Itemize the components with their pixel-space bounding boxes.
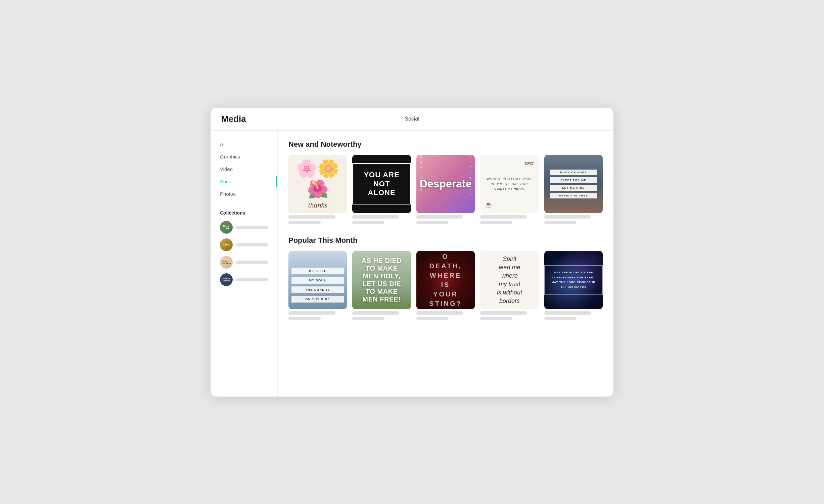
glory-box: MAY THE GLORY OF THE LORD ENDURE FOR EVE…	[544, 265, 603, 295]
card-image-you-are: YOU ARE NOT ALONE	[352, 155, 411, 213]
collection-avatar-life: LiFE	[220, 238, 233, 251]
card-glory[interactable]: MAY THE GLORY OF THE LORD ENDURE FOR EVE…	[544, 251, 603, 320]
cards-grid-new: 🌸🌼🌺 thanks YOU ARE NOT ALONE	[288, 155, 603, 224]
rock-banner-4: MYSELF IN THEE	[550, 193, 597, 198]
be-still-banner-2: MY SOUL	[291, 277, 344, 284]
be-still-banner-3: THE LORD IS	[291, 286, 344, 293]
header: Media Social	[211, 108, 613, 131]
app-container: Media Social All Graphics Video Social P…	[211, 108, 613, 397]
card-desperate[interactable]: D E P E R A T E M A T T H E W Desperate	[416, 155, 475, 224]
card-rock-ages[interactable]: ROCK OF AGES CLEFT FOR ME LET ME HIDE MY…	[544, 155, 603, 224]
card-image-glory: MAY THE GLORY OF THE LORD ENDURE FOR EVE…	[544, 251, 603, 309]
without-you-content: WITHOUT YOU I FALL APART YOU'RE THE ONE …	[480, 173, 539, 195]
collection-label-bar	[236, 226, 268, 229]
collection-label-bar	[236, 278, 268, 281]
card-sublabel	[416, 317, 449, 320]
rock-ages-content: ROCK OF AGES CLEFT FOR ME LET ME HIDE MY…	[550, 170, 597, 198]
cards-grid-popular: BE STILL MY SOUL THE LORD IS ON THY SIDE	[288, 251, 603, 320]
you-are-text: YOU ARE NOT ALONE	[361, 171, 402, 197]
card-label	[352, 311, 399, 315]
collection-avatar-its: it's notyour TEAM	[220, 256, 233, 269]
card-image-desperate: D E P E R A T E M A T T H E W Desperate	[416, 155, 475, 213]
card-sublabel	[416, 221, 449, 224]
card-as-he-died[interactable]: AS HE DIED TO MAKE MEN HOLY, LET US DIE …	[352, 251, 411, 320]
as-he-died-text: AS HE DIED TO MAKE MEN HOLY, LET US DIE …	[352, 251, 411, 309]
card-label	[480, 311, 527, 315]
card-label	[416, 311, 463, 315]
sidebar-item-all[interactable]: All	[211, 139, 277, 150]
sidebar-item-video[interactable]: Video	[211, 164, 277, 175]
thanks-text: thanks	[288, 201, 347, 210]
card-label	[544, 215, 591, 219]
card-image-be-still: BE STILL MY SOUL THE LORD IS ON THY SIDE	[288, 251, 347, 309]
card-without-you[interactable]: 👓 WITHOUT YOU I FALL APART YOU'RE THE ON…	[480, 155, 539, 224]
desperate-letters-left: M A T T H E W	[419, 155, 423, 193]
glory-text: MAY THE GLORY OF THE LORD ENDURE FOR EVE…	[550, 270, 597, 290]
section-new-noteworthy: New and Noteworthy 🌸🌼🌺 thanks	[288, 140, 603, 224]
card-label	[352, 215, 399, 219]
section-title-popular: Popular This Month	[288, 236, 603, 245]
without-you-text: WITHOUT YOU I FALL APART YOU'RE THE ONE …	[484, 177, 535, 191]
card-be-still[interactable]: BE STILL MY SOUL THE LORD IS ON THY SIDE	[288, 251, 347, 320]
desperate-text: Desperate	[420, 178, 472, 190]
collection-avatar-truth: Truth vsTradition	[220, 273, 233, 286]
collection-item[interactable]: it's notyour TEAM	[220, 256, 268, 269]
card-image-rock-ages: ROCK OF AGES CLEFT FOR ME LET ME HIDE MY…	[544, 155, 603, 213]
you-are-box: YOU ARE NOT ALONE	[352, 163, 411, 204]
section-popular: Popular This Month BE STILL MY SOUL THE …	[288, 236, 603, 320]
active-tab: Social	[405, 116, 419, 122]
rock-banner-3: LET ME HIDE	[550, 185, 597, 191]
rock-banner-2: CLEFT FOR ME	[550, 177, 597, 183]
card-label	[288, 311, 335, 315]
rock-banner-1: ROCK OF AGES	[550, 170, 597, 175]
desperate-letters-right: D E P E R A T E	[468, 155, 472, 197]
be-still-content: BE STILL MY SOUL THE LORD IS ON THY SIDE	[291, 268, 344, 303]
card-sublabel	[480, 221, 512, 224]
card-sublabel	[480, 317, 512, 320]
collection-item[interactable]: LiFE	[220, 238, 268, 251]
sidebar-nav: All Graphics Video Social Photos	[211, 139, 277, 199]
card-image-spirit-lead: Spiritlead mewheremy trustis withoutbord…	[480, 251, 539, 309]
card-you-are-not-alone[interactable]: YOU ARE NOT ALONE	[352, 155, 411, 224]
card-image-as-he-died: AS HE DIED TO MAKE MEN HOLY, LET US DIE …	[352, 251, 411, 309]
collection-avatar-merry: MerryXmas	[220, 221, 233, 234]
section-title-new: New and Noteworthy	[288, 140, 603, 149]
content-area: New and Noteworthy 🌸🌼🌺 thanks	[278, 131, 613, 397]
be-still-banner-4: ON THY SIDE	[291, 296, 344, 303]
card-sublabel	[288, 317, 321, 320]
glasses-icon: 👓	[524, 159, 534, 168]
app-title: Media	[221, 114, 246, 124]
sidebar-item-graphics[interactable]: Graphics	[211, 151, 277, 162]
card-sublabel	[352, 317, 384, 320]
collection-label-bar	[236, 261, 268, 264]
card-image-thanks: 🌸🌼🌺 thanks	[288, 155, 347, 213]
card-thanks[interactable]: 🌸🌼🌺 thanks	[288, 155, 347, 224]
collection-label-bar	[236, 243, 268, 246]
card-label	[480, 215, 527, 219]
card-image-without-you: 👓 WITHOUT YOU I FALL APART YOU'RE THE ON…	[480, 155, 539, 213]
be-still-banner-1: BE STILL	[291, 268, 344, 274]
card-spirit-lead[interactable]: Spiritlead mewheremy trustis withoutbord…	[480, 251, 539, 320]
card-sublabel	[544, 317, 577, 320]
sidebar: All Graphics Video Social Photos Collect…	[211, 131, 278, 397]
coffee-icon: ☕	[485, 201, 492, 209]
collection-item[interactable]: MerryXmas	[220, 221, 268, 234]
main-layout: All Graphics Video Social Photos Collect…	[211, 131, 613, 397]
card-label	[416, 215, 463, 219]
collections-title: Collections	[220, 210, 268, 216]
card-sublabel	[288, 221, 321, 224]
spirit-lead-text: Spiritlead mewheremy trustis withoutbord…	[492, 251, 528, 309]
card-sublabel	[352, 221, 384, 224]
o-death-text: ODEATH,WHEREISYOURSTING?	[429, 252, 462, 308]
card-o-death[interactable]: ODEATH,WHEREISYOURSTING?	[416, 251, 475, 320]
card-image-o-death: ODEATH,WHEREISYOURSTING?	[416, 251, 475, 309]
card-label	[544, 311, 591, 315]
card-label	[288, 215, 335, 219]
sidebar-collections: Collections MerryXmas LiFE it's notyour …	[211, 210, 277, 286]
sidebar-item-photos[interactable]: Photos	[211, 188, 277, 199]
card-sublabel	[544, 221, 577, 224]
sidebar-item-social[interactable]: Social	[211, 176, 277, 187]
collection-item[interactable]: Truth vsTradition	[220, 273, 268, 286]
thanks-content: 🌸🌼🌺 thanks	[288, 158, 347, 210]
